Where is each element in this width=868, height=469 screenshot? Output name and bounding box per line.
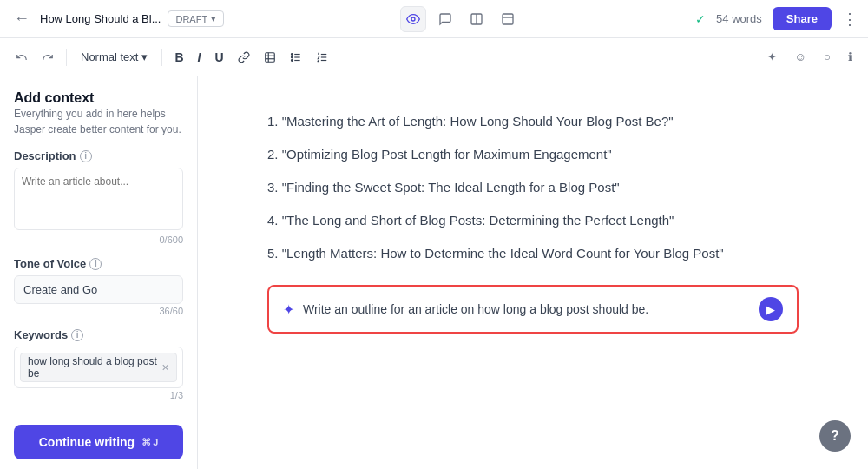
add-context-desc: Everything you add in here helps Jasper … (14, 106, 183, 137)
keywords-section: Keywords i how long should a blog post b… (14, 328, 183, 400)
redo-button[interactable] (36, 46, 59, 69)
continue-writing-button[interactable]: Continue writing ⌘ J (14, 425, 183, 459)
saved-icon: ✓ (695, 12, 706, 26)
shortcut-hint: ⌘ J (141, 437, 158, 448)
doc-title: How Long Should a Bl... (40, 12, 161, 25)
divider-1 (66, 49, 67, 66)
description-char-count: 0/600 (14, 234, 183, 245)
draft-chevron-icon: ▾ (211, 13, 216, 24)
topbar-left: ← How Long Should a Bl... DRAFT ▾ (10, 6, 224, 31)
keyword-remove-button[interactable]: ✕ (161, 362, 169, 373)
topbar-center (400, 6, 520, 32)
topbar: ← How Long Should a Bl... DRAFT ▾ ✓ 54 w… (0, 0, 868, 38)
table-button[interactable] (259, 48, 281, 67)
share-button[interactable]: Share (773, 7, 832, 30)
tone-info-icon[interactable]: i (89, 258, 102, 270)
bullet-list-button[interactable] (285, 48, 307, 67)
split-view-button[interactable] (464, 7, 489, 31)
keywords-input-area[interactable]: how long should a blog post be ✕ (14, 347, 183, 388)
style-chevron-icon: ▾ (141, 50, 148, 63)
ordered-list-button[interactable] (311, 48, 333, 67)
toolbar-right: ✦ ☺ ○ ℹ (762, 45, 858, 69)
text-style-select[interactable]: Normal text ▾ (74, 47, 155, 67)
list-item: "Mastering the Art of Length: How Long S… (267, 111, 799, 132)
svg-point-14 (291, 59, 293, 61)
description-section: Description i 0/600 (14, 149, 183, 245)
draft-badge[interactable]: DRAFT ▾ (168, 10, 224, 27)
more-options-button[interactable]: ⋮ (842, 10, 858, 29)
divider-2 (161, 49, 162, 66)
description-textarea[interactable] (14, 168, 183, 230)
list-item: "The Long and Short of Blog Posts: Deter… (267, 210, 799, 231)
tone-label: Tone of Voice i (14, 257, 183, 270)
blog-title-list: "Mastering the Art of Length: How Long S… (267, 111, 799, 264)
view-toggle-button[interactable] (400, 6, 426, 32)
svg-point-13 (291, 56, 293, 58)
list-item: "Finding the Sweet Spot: The Ideal Lengt… (267, 177, 799, 198)
svg-point-0 (411, 17, 415, 21)
tone-char-count: 36/60 (14, 306, 183, 316)
content-area: "Mastering the Art of Length: How Long S… (198, 76, 868, 469)
comment-button[interactable] (433, 7, 457, 31)
list-item: "Length Matters: How to Determine the Id… (267, 243, 799, 264)
italic-button[interactable]: I (193, 47, 207, 68)
style-label: Normal text (81, 50, 138, 63)
keyword-tag-text: how long should a blog post be (28, 355, 158, 380)
content-inner: "Mastering the Art of Length: How Long S… (267, 111, 799, 334)
link-button[interactable] (233, 48, 255, 67)
draft-label: DRAFT (175, 14, 207, 24)
toolbar-left: Normal text ▾ B I U (10, 46, 333, 69)
ai-prompt-text: Write an outline for an article on how l… (303, 302, 648, 316)
add-context-title: Add context (14, 90, 183, 106)
svg-rect-5 (265, 52, 274, 62)
topbar-right: ✓ 54 words Share ⋮ (695, 7, 858, 30)
list-item: "Optimizing Blog Post Length for Maximum… (267, 144, 799, 165)
circle-button[interactable]: ○ (819, 45, 836, 69)
svg-point-12 (291, 53, 293, 55)
toolbar: Normal text ▾ B I U ✦ ☺ ○ ℹ (0, 38, 868, 76)
ai-prompt-left: ✦ Write an outline for an article on how… (283, 301, 648, 318)
help-button[interactable]: ? (819, 420, 851, 452)
sparkle-icon: ✦ (283, 301, 294, 318)
keywords-info-icon[interactable]: i (71, 329, 83, 341)
keywords-label: Keywords i (14, 328, 183, 341)
emoji-button[interactable]: ☺ (789, 45, 812, 69)
layout-button[interactable] (496, 7, 520, 31)
description-label: Description i (14, 149, 183, 162)
back-button[interactable]: ← (10, 6, 33, 31)
main-layout: Add context Everything you add in here h… (0, 76, 868, 469)
bold-button[interactable]: B (169, 47, 188, 68)
word-count: 54 words (716, 12, 762, 25)
info-help-button[interactable]: ℹ (843, 45, 858, 69)
tone-input[interactable] (14, 275, 183, 304)
undo-button[interactable] (10, 46, 33, 69)
keyword-tag: how long should a blog post be ✕ (20, 353, 177, 382)
add-context-section: Add context Everything you add in here h… (14, 90, 183, 137)
send-prompt-button[interactable]: ▶ (759, 297, 783, 321)
description-info-icon[interactable]: i (80, 150, 92, 162)
continue-label: Continue writing (39, 435, 135, 449)
svg-rect-3 (503, 14, 513, 24)
underline-button[interactable]: U (209, 47, 228, 68)
keywords-count: 1/3 (14, 390, 183, 400)
ai-prompt-box: ✦ Write an outline for an article on how… (267, 285, 799, 334)
magic-button[interactable]: ✦ (762, 45, 782, 69)
tone-section: Tone of Voice i 36/60 (14, 257, 183, 316)
sidebar: Add context Everything you add in here h… (0, 76, 198, 469)
